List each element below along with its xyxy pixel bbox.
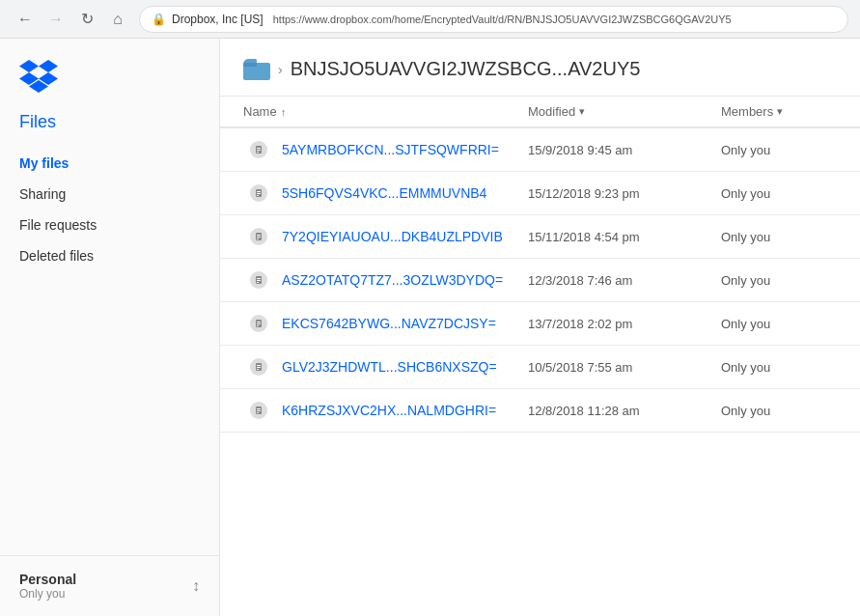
svg-rect-34 [257, 408, 261, 409]
home-button[interactable]: ⌂ [104, 6, 131, 33]
file-icon [249, 314, 268, 333]
svg-rect-30 [257, 367, 261, 368]
sidebar-item-my-files[interactable]: My files [0, 148, 219, 179]
column-name-label: Name [243, 104, 277, 119]
file-name[interactable]: GLV2J3ZHDWTL...SHCB6NXSZQ= [274, 359, 528, 375]
file-name[interactable]: ASZ2OTATQ7TZ7...3OZLW3DYDQ= [274, 272, 528, 288]
members-sort-icon: ▾ [777, 105, 783, 118]
file-modified: 13/7/2018 2:02 pm [528, 317, 721, 331]
svg-rect-9 [257, 191, 261, 192]
svg-rect-21 [257, 282, 259, 283]
column-header-modified[interactable]: Modified ▾ [528, 104, 721, 119]
svg-rect-36 [257, 412, 259, 413]
file-members: Only you [721, 273, 837, 288]
file-name[interactable]: K6HRZSJXVC2HX...NALMDGHRI= [274, 403, 528, 418]
svg-rect-25 [257, 323, 261, 324]
column-members-label: Members [721, 104, 773, 119]
nav-buttons: ← → ↻ ⌂ [12, 6, 131, 33]
svg-rect-20 [257, 280, 261, 281]
file-icon-cell [243, 140, 274, 159]
sidebar-footer-info: Personal Only you [19, 572, 76, 601]
file-name[interactable]: 7Y2QIEYIAUOAU...DKB4UZLPDVIB [274, 229, 528, 244]
address-bar[interactable]: 🔒 Dropbox, Inc [US] https://www.dropbox.… [139, 6, 848, 33]
sidebar-footer-title: Personal [19, 572, 76, 587]
svg-rect-10 [257, 193, 261, 194]
file-icon [249, 357, 268, 377]
back-button[interactable]: ← [12, 6, 39, 33]
file-modified: 15/12/2018 9:23 pm [528, 186, 721, 201]
svg-rect-5 [257, 150, 261, 151]
breadcrumb-separator-icon: › [278, 62, 283, 77]
main-content: › BNJSJO5UAVVGI2JWZSBCG...AV2UY5 Name ↑ … [220, 39, 860, 616]
file-members: Only you [721, 186, 837, 201]
name-sort-icon: ↑ [281, 106, 287, 118]
svg-rect-11 [257, 195, 259, 196]
svg-rect-15 [257, 237, 261, 238]
svg-rect-31 [257, 369, 259, 370]
file-members: Only you [721, 404, 837, 418]
file-members: Only you [721, 317, 837, 331]
breadcrumb: › BNJSJO5UAVVGI2JWZSBCG...AV2UY5 [220, 39, 860, 97]
sidebar-logo [0, 58, 219, 112]
file-modified: 12/8/2018 11:28 am [528, 404, 721, 418]
sidebar-item-deleted-files[interactable]: Deleted files [0, 240, 219, 271]
files-label: Files [0, 112, 219, 148]
file-name[interactable]: 5SH6FQVS4VKC...EMMMUVNB4 [274, 185, 528, 201]
table-row[interactable]: 5AYMRBOFKCN...SJTFSQWFRRI= 15/9/2018 9:4… [220, 128, 860, 172]
browser-chrome: ← → ↻ ⌂ 🔒 Dropbox, Inc [US] https://www.… [0, 0, 860, 39]
refresh-button[interactable]: ↻ [73, 6, 100, 33]
svg-rect-16 [257, 238, 259, 239]
file-modified: 12/3/2018 7:46 am [528, 273, 721, 288]
table-row[interactable]: 5SH6FQVS4VKC...EMMMUVNB4 15/12/2018 9:23… [220, 172, 860, 215]
svg-rect-24 [257, 322, 261, 322]
file-name[interactable]: 5AYMRBOFKCN...SJTFSQWFRRI= [274, 142, 528, 157]
sidebar-footer[interactable]: Personal Only you ↕ [0, 555, 219, 616]
table-row[interactable]: K6HRZSJXVC2HX...NALMDGHRI= 12/8/2018 11:… [220, 389, 860, 433]
svg-rect-4 [257, 148, 261, 149]
file-members: Only you [721, 230, 837, 244]
file-icon [249, 401, 268, 420]
svg-rect-29 [257, 365, 261, 366]
sidebar-footer-subtitle: Only you [19, 587, 76, 601]
ssl-icon: 🔒 [152, 13, 166, 26]
svg-rect-26 [257, 325, 259, 326]
file-modified: 15/11/2018 4:54 pm [528, 230, 721, 244]
file-icon [249, 270, 268, 290]
table-row[interactable]: 7Y2QIEYIAUOAU...DKB4UZLPDVIB 15/11/2018 … [220, 215, 860, 259]
file-members: Only you [721, 360, 837, 375]
file-icon [249, 227, 268, 246]
column-header-members[interactable]: Members ▾ [721, 104, 837, 119]
chevron-updown-icon: ↕ [192, 577, 200, 595]
file-icon-cell [243, 227, 274, 246]
file-icon-cell [243, 314, 274, 333]
sidebar-nav: My files Sharing File requests Deleted f… [0, 148, 219, 271]
modified-sort-icon: ▾ [579, 105, 585, 118]
column-header-name[interactable]: Name ↑ [243, 104, 528, 119]
sidebar-item-file-requests[interactable]: File requests [0, 210, 219, 240]
file-name[interactable]: EKCS7642BYWG...NAVZ7DCJSY= [274, 316, 528, 331]
file-icon-cell [243, 401, 274, 420]
breadcrumb-folder-icon [243, 59, 270, 80]
file-members: Only you [721, 143, 837, 157]
svg-rect-19 [257, 278, 261, 279]
dropbox-logo-icon [19, 58, 58, 93]
sidebar-item-sharing[interactable]: Sharing [0, 179, 219, 210]
svg-rect-6 [257, 152, 259, 153]
site-name: Dropbox, Inc [US] [172, 13, 264, 26]
table-row[interactable]: ASZ2OTATQ7TZ7...3OZLW3DYDQ= 12/3/2018 7:… [220, 259, 860, 302]
table-row[interactable]: EKCS7642BYWG...NAVZ7DCJSY= 13/7/2018 2:0… [220, 302, 860, 346]
file-icon [249, 183, 268, 203]
file-icon-cell [243, 183, 274, 203]
file-icon-cell [243, 270, 274, 290]
sidebar: Files My files Sharing File requests Del… [0, 39, 220, 616]
svg-rect-1 [243, 63, 257, 67]
file-list: Name ↑ Modified ▾ Members ▾ [220, 97, 860, 433]
forward-button[interactable]: → [42, 6, 69, 33]
table-row[interactable]: GLV2J3ZHDWTL...SHCB6NXSZQ= 10/5/2018 7:5… [220, 346, 860, 389]
svg-rect-35 [257, 410, 261, 411]
svg-rect-14 [257, 235, 261, 236]
app-layout: Files My files Sharing File requests Del… [0, 39, 860, 616]
column-modified-label: Modified [528, 104, 575, 119]
file-icon [249, 140, 268, 159]
url-text: https://www.dropbox.com/home/EncryptedVa… [273, 14, 732, 25]
